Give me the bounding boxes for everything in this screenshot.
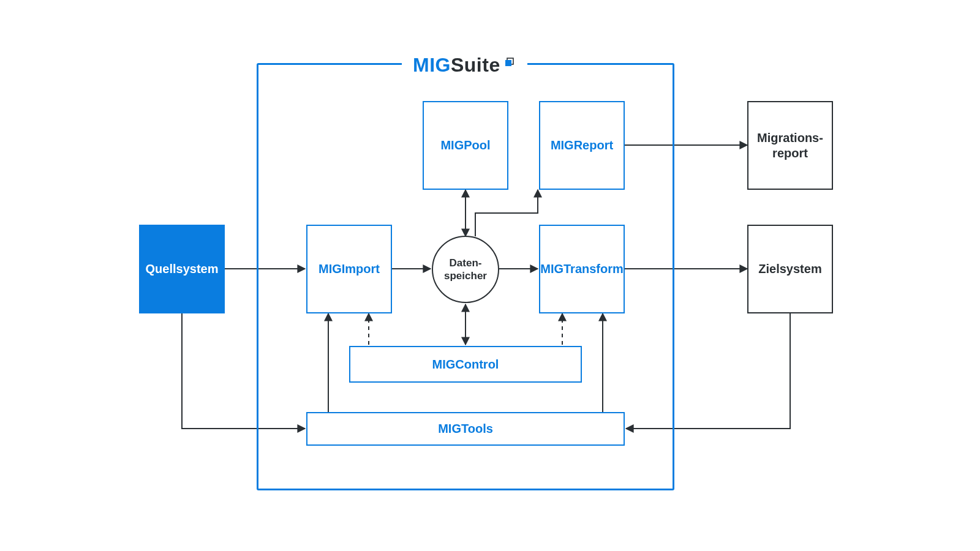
node-datenspeicher-line2: speicher [444,270,487,282]
node-datenspeicher-line1: Daten- [450,257,482,269]
migsuite-title-part2: Suite [451,54,500,77]
node-migrationsreport-line1: Migrations- [757,131,823,144]
node-quellsystem: Quellsystem [139,225,225,313]
node-migcontrol: MIGControl [349,346,582,383]
node-migtools-label: MIGTools [438,421,493,437]
registered-icon [504,55,516,67]
node-migtransform-label: MIGTransform [540,261,624,277]
node-migpool-label: MIGPool [440,138,490,153]
node-migtools: MIGTools [306,412,625,446]
node-migimport: MIGImport [306,225,392,313]
node-migreport-label: MIGReport [551,138,613,153]
node-migrationsreport: Migrations- report [747,101,833,190]
node-migcontrol-label: MIGControl [432,357,499,372]
diagram-canvas: MIGSuite Quellsystem Migrations- report … [0,0,980,551]
node-migreport: MIGReport [539,101,625,190]
migsuite-title: MIGSuite [402,51,527,79]
node-datenspeicher: Daten- speicher [432,236,499,303]
node-migpool: MIGPool [423,101,508,190]
node-zielsystem: Zielsystem [747,225,833,313]
node-migtransform: MIGTransform [539,225,625,313]
node-zielsystem-label: Zielsystem [758,261,821,277]
svg-rect-1 [505,60,511,66]
node-migrationsreport-line2: report [772,146,808,160]
node-quellsystem-label: Quellsystem [146,261,219,277]
migsuite-title-part1: MIG [413,54,451,77]
node-migimport-label: MIGImport [318,261,380,277]
